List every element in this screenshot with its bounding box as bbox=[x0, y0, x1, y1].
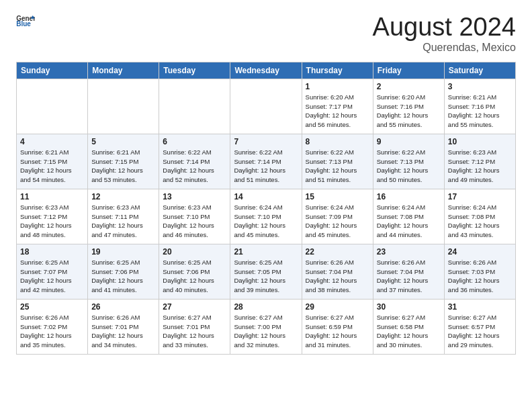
day-info: Sunrise: 6:26 AM Sunset: 7:03 PM Dayligh… bbox=[448, 258, 512, 295]
calendar-cell bbox=[17, 79, 88, 134]
calendar-cell: 16Sunrise: 6:24 AM Sunset: 7:08 PM Dayli… bbox=[373, 189, 444, 244]
day-number: 19 bbox=[91, 247, 155, 257]
calendar-header-row: SundayMondayTuesdayWednesdayThursdayFrid… bbox=[17, 62, 516, 79]
calendar-cell: 21Sunrise: 6:25 AM Sunset: 7:05 PM Dayli… bbox=[230, 244, 302, 299]
calendar-cell: 26Sunrise: 6:26 AM Sunset: 7:01 PM Dayli… bbox=[88, 299, 159, 354]
day-number: 5 bbox=[91, 137, 155, 146]
day-info: Sunrise: 6:25 AM Sunset: 7:06 PM Dayligh… bbox=[163, 258, 226, 295]
col-header-sunday: Sunday bbox=[17, 62, 88, 79]
day-number: 13 bbox=[163, 192, 226, 201]
calendar-cell: 5Sunrise: 6:21 AM Sunset: 7:15 PM Daylig… bbox=[88, 134, 159, 189]
day-info: Sunrise: 6:27 AM Sunset: 7:01 PM Dayligh… bbox=[163, 313, 226, 350]
calendar-cell: 1Sunrise: 6:20 AM Sunset: 7:17 PM Daylig… bbox=[302, 79, 373, 134]
day-number: 28 bbox=[234, 302, 298, 312]
day-info: Sunrise: 6:20 AM Sunset: 7:17 PM Dayligh… bbox=[306, 93, 369, 130]
day-info: Sunrise: 6:22 AM Sunset: 7:14 PM Dayligh… bbox=[234, 148, 298, 185]
week-row-3: 11Sunrise: 6:23 AM Sunset: 7:12 PM Dayli… bbox=[17, 189, 516, 244]
calendar-cell bbox=[88, 79, 159, 134]
day-number: 21 bbox=[234, 247, 298, 257]
day-info: Sunrise: 6:21 AM Sunset: 7:15 PM Dayligh… bbox=[20, 148, 84, 185]
calendar-cell: 9Sunrise: 6:22 AM Sunset: 7:13 PM Daylig… bbox=[373, 134, 444, 189]
calendar-cell: 14Sunrise: 6:24 AM Sunset: 7:10 PM Dayli… bbox=[230, 189, 302, 244]
col-header-wednesday: Wednesday bbox=[230, 62, 302, 79]
calendar-cell: 2Sunrise: 6:20 AM Sunset: 7:16 PM Daylig… bbox=[373, 79, 444, 134]
week-row-1: 1Sunrise: 6:20 AM Sunset: 7:17 PM Daylig… bbox=[17, 79, 516, 134]
svg-text:Blue: Blue bbox=[16, 20, 31, 27]
day-info: Sunrise: 6:27 AM Sunset: 7:00 PM Dayligh… bbox=[234, 313, 298, 350]
calendar-cell: 3Sunrise: 6:21 AM Sunset: 7:16 PM Daylig… bbox=[444, 79, 515, 134]
day-info: Sunrise: 6:23 AM Sunset: 7:12 PM Dayligh… bbox=[448, 148, 512, 185]
day-info: Sunrise: 6:27 AM Sunset: 6:59 PM Dayligh… bbox=[306, 313, 369, 350]
day-number: 10 bbox=[448, 137, 512, 146]
day-number: 23 bbox=[377, 247, 441, 257]
day-number: 15 bbox=[306, 192, 369, 201]
week-row-4: 18Sunrise: 6:25 AM Sunset: 7:07 PM Dayli… bbox=[17, 244, 516, 299]
calendar-cell: 15Sunrise: 6:24 AM Sunset: 7:09 PM Dayli… bbox=[302, 189, 373, 244]
calendar-cell: 6Sunrise: 6:22 AM Sunset: 7:14 PM Daylig… bbox=[159, 134, 230, 189]
day-info: Sunrise: 6:23 AM Sunset: 7:11 PM Dayligh… bbox=[91, 203, 155, 240]
col-header-monday: Monday bbox=[88, 62, 159, 79]
logo: General Blue bbox=[16, 13, 35, 27]
header: General Blue August 2024 Querendas, Mexi… bbox=[16, 13, 516, 54]
day-number: 30 bbox=[377, 302, 441, 312]
day-number: 18 bbox=[20, 247, 84, 257]
day-info: Sunrise: 6:22 AM Sunset: 7:13 PM Dayligh… bbox=[377, 148, 441, 185]
day-number: 14 bbox=[234, 192, 298, 201]
day-number: 20 bbox=[163, 247, 226, 257]
calendar-cell: 30Sunrise: 6:27 AM Sunset: 6:58 PM Dayli… bbox=[373, 299, 444, 354]
calendar-cell bbox=[159, 79, 230, 134]
day-info: Sunrise: 6:26 AM Sunset: 7:01 PM Dayligh… bbox=[91, 313, 155, 350]
day-info: Sunrise: 6:20 AM Sunset: 7:16 PM Dayligh… bbox=[377, 93, 441, 130]
calendar-cell: 20Sunrise: 6:25 AM Sunset: 7:06 PM Dayli… bbox=[159, 244, 230, 299]
location: Querendas, Mexico bbox=[373, 42, 516, 54]
day-info: Sunrise: 6:24 AM Sunset: 7:08 PM Dayligh… bbox=[377, 203, 441, 240]
day-info: Sunrise: 6:27 AM Sunset: 6:57 PM Dayligh… bbox=[448, 313, 512, 350]
day-number: 8 bbox=[306, 137, 369, 146]
day-info: Sunrise: 6:22 AM Sunset: 7:13 PM Dayligh… bbox=[306, 148, 369, 185]
day-number: 9 bbox=[377, 137, 441, 146]
day-number: 6 bbox=[163, 137, 226, 146]
week-row-2: 4Sunrise: 6:21 AM Sunset: 7:15 PM Daylig… bbox=[17, 134, 516, 189]
day-number: 24 bbox=[448, 247, 512, 257]
day-number: 12 bbox=[91, 192, 155, 201]
day-info: Sunrise: 6:22 AM Sunset: 7:14 PM Dayligh… bbox=[163, 148, 226, 185]
day-number: 4 bbox=[20, 137, 84, 146]
calendar-cell: 19Sunrise: 6:25 AM Sunset: 7:06 PM Dayli… bbox=[88, 244, 159, 299]
day-number: 22 bbox=[306, 247, 369, 257]
calendar-cell: 28Sunrise: 6:27 AM Sunset: 7:00 PM Dayli… bbox=[230, 299, 302, 354]
calendar-table: SundayMondayTuesdayWednesdayThursdayFrid… bbox=[16, 62, 516, 355]
title-block: August 2024 Querendas, Mexico bbox=[373, 13, 516, 54]
calendar-cell: 10Sunrise: 6:23 AM Sunset: 7:12 PM Dayli… bbox=[444, 134, 515, 189]
month-title: August 2024 bbox=[373, 13, 516, 42]
day-number: 26 bbox=[91, 302, 155, 312]
day-number: 25 bbox=[20, 302, 84, 312]
calendar-cell: 18Sunrise: 6:25 AM Sunset: 7:07 PM Dayli… bbox=[17, 244, 88, 299]
day-info: Sunrise: 6:26 AM Sunset: 7:04 PM Dayligh… bbox=[306, 258, 369, 295]
day-info: Sunrise: 6:25 AM Sunset: 7:05 PM Dayligh… bbox=[234, 258, 298, 295]
logo-icon: General Blue bbox=[16, 13, 35, 27]
col-header-tuesday: Tuesday bbox=[159, 62, 230, 79]
day-number: 1 bbox=[306, 82, 369, 91]
calendar-cell: 8Sunrise: 6:22 AM Sunset: 7:13 PM Daylig… bbox=[302, 134, 373, 189]
day-number: 29 bbox=[306, 302, 369, 312]
calendar-cell: 22Sunrise: 6:26 AM Sunset: 7:04 PM Dayli… bbox=[302, 244, 373, 299]
day-info: Sunrise: 6:27 AM Sunset: 6:58 PM Dayligh… bbox=[377, 313, 441, 350]
calendar-cell: 12Sunrise: 6:23 AM Sunset: 7:11 PM Dayli… bbox=[88, 189, 159, 244]
day-info: Sunrise: 6:23 AM Sunset: 7:12 PM Dayligh… bbox=[20, 203, 84, 240]
calendar-cell: 31Sunrise: 6:27 AM Sunset: 6:57 PM Dayli… bbox=[444, 299, 515, 354]
calendar-cell: 29Sunrise: 6:27 AM Sunset: 6:59 PM Dayli… bbox=[302, 299, 373, 354]
calendar-cell: 17Sunrise: 6:24 AM Sunset: 7:08 PM Dayli… bbox=[444, 189, 515, 244]
calendar-cell: 24Sunrise: 6:26 AM Sunset: 7:03 PM Dayli… bbox=[444, 244, 515, 299]
day-info: Sunrise: 6:21 AM Sunset: 7:16 PM Dayligh… bbox=[448, 93, 512, 130]
week-row-5: 25Sunrise: 6:26 AM Sunset: 7:02 PM Dayli… bbox=[17, 299, 516, 354]
day-number: 17 bbox=[448, 192, 512, 201]
day-number: 27 bbox=[163, 302, 226, 312]
day-number: 2 bbox=[377, 82, 441, 91]
day-info: Sunrise: 6:24 AM Sunset: 7:10 PM Dayligh… bbox=[234, 203, 298, 240]
col-header-thursday: Thursday bbox=[302, 62, 373, 79]
day-info: Sunrise: 6:25 AM Sunset: 7:07 PM Dayligh… bbox=[20, 258, 84, 295]
col-header-saturday: Saturday bbox=[444, 62, 515, 79]
day-info: Sunrise: 6:24 AM Sunset: 7:09 PM Dayligh… bbox=[306, 203, 369, 240]
calendar-cell bbox=[230, 79, 302, 134]
day-info: Sunrise: 6:25 AM Sunset: 7:06 PM Dayligh… bbox=[91, 258, 155, 295]
